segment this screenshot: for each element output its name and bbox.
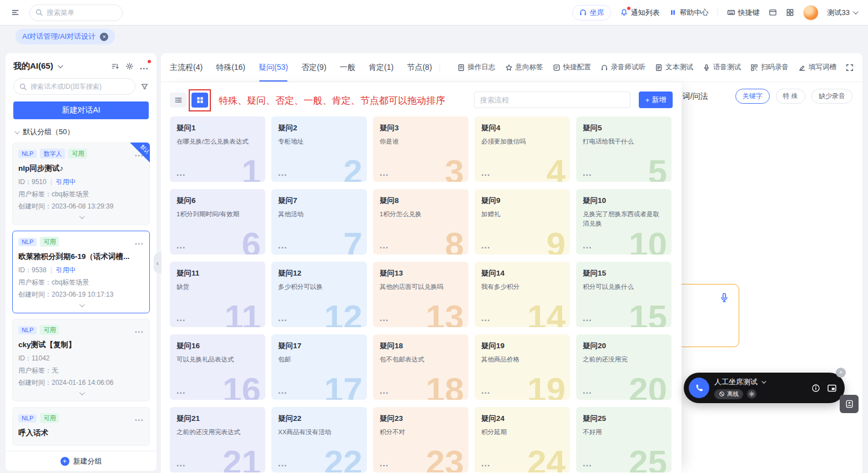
gear-icon[interactable]	[125, 62, 134, 70]
new-ai-button[interactable]: 新建对话AI	[13, 101, 149, 119]
flow-card[interactable]: 疑问10 兑换完了想换东西或者是取消兑换 ... 10	[576, 189, 672, 255]
menu-search-input[interactable]	[29, 4, 123, 21]
flow-card-menu-icon[interactable]: ...	[176, 313, 185, 323]
filter-icon[interactable]	[140, 83, 149, 91]
flow-card[interactable]: 疑问11 缺货 ... 11	[170, 262, 265, 327]
flow-card-menu-icon[interactable]: ...	[176, 168, 185, 178]
flow-card-menu-icon[interactable]: ...	[583, 241, 592, 251]
ai-card[interactable]: 默认 NLP数字人可用... nlp同步测试♪ ID：9510|引用中 用户标签…	[12, 143, 150, 225]
flow-card-menu-icon[interactable]: ...	[583, 168, 592, 178]
flow-card-menu-icon[interactable]: ...	[176, 241, 185, 251]
tab-positive[interactable]: 肯定(1)	[369, 53, 393, 82]
help-center-button[interactable]: 帮助中心	[669, 8, 709, 18]
flow-card[interactable]: 疑问19 其他商品价格 ... 19	[475, 334, 570, 400]
fullscreen-button[interactable]	[846, 64, 854, 72]
close-icon[interactable]: ×	[100, 33, 108, 41]
gear-icon[interactable]	[747, 389, 756, 399]
flow-card[interactable]: 疑问2 专柜地址 ... 2	[271, 116, 367, 182]
tab-negative[interactable]: 否定(9)	[301, 53, 326, 82]
flow-card[interactable]: 疑问16 可以兑换礼品表达式 ... 16	[170, 334, 265, 400]
flow-card[interactable]: 疑问8 1积分怎么兑换 ... 8	[373, 189, 468, 255]
text-test-button[interactable]: 文本测试	[655, 63, 693, 72]
flow-card-menu-icon[interactable]: ...	[380, 168, 388, 178]
list-view-toggle[interactable]	[170, 93, 186, 108]
phone-icon[interactable]	[689, 378, 709, 398]
flow-card[interactable]: 疑问25 不好用 ... 25	[576, 407, 672, 472]
menu-collapse-icon[interactable]	[11, 8, 19, 17]
new-group-button[interactable]: + 新建分组	[6, 451, 157, 471]
expand-chevron-icon[interactable]	[18, 390, 144, 398]
agent-name-menu[interactable]: 人工坐席测试	[714, 377, 765, 387]
tab-general[interactable]: 一般	[340, 53, 355, 82]
flow-card[interactable]: 疑问18 包不包邮表达式 ... 18	[373, 334, 468, 400]
flow-card[interactable]: 疑问12 多少积分可以换 ... 12	[271, 262, 367, 327]
flow-card[interactable]: 疑问21 之前的还没用完表达式 ... 21	[170, 407, 265, 472]
avatar[interactable]	[803, 5, 819, 21]
card-menu-icon[interactable]: ...	[135, 237, 144, 247]
flow-card-menu-icon[interactable]: ...	[583, 459, 592, 469]
flow-card-menu-icon[interactable]: ...	[380, 459, 388, 469]
card-menu-icon[interactable]: ...	[135, 413, 144, 423]
default-group-header[interactable]: 默认分组（50）	[14, 127, 148, 137]
expand-chevron-icon[interactable]	[18, 214, 144, 221]
ai-card[interactable]: NLP可用... 呼入话术	[12, 407, 150, 446]
flow-card[interactable]: 疑问6 1积分到期时间/有效期 ... 6	[170, 189, 265, 255]
flow-card[interactable]: 疑问13 其他的店面可以兑换吗 ... 13	[373, 262, 468, 327]
info-icon[interactable]	[811, 384, 820, 393]
flow-card[interactable]: 疑问24 积分延期 ... 24	[475, 407, 570, 472]
notification-button[interactable]: 通知列表	[620, 8, 660, 18]
expand-chevron-icon[interactable]	[18, 302, 144, 309]
grid-view-toggle[interactable]	[191, 93, 208, 108]
filter-special[interactable]: 特 殊	[776, 89, 805, 104]
apps-icon[interactable]	[786, 8, 794, 17]
flow-card-menu-icon[interactable]: ...	[583, 313, 592, 323]
flow-card[interactable]: 疑问15 积分可以兑换什么 ... 15	[576, 262, 672, 327]
audition-button[interactable]: 录音师试听	[600, 63, 646, 72]
flow-card[interactable]: 疑问20 之前的还没用完 ... 20	[576, 334, 672, 400]
tab-special[interactable]: 特殊(16)	[216, 53, 245, 82]
flow-card[interactable]: 疑问7 其他活动 ... 7	[271, 189, 367, 255]
flow-card-menu-icon[interactable]: ...	[380, 313, 388, 323]
flow-card-menu-icon[interactable]: ...	[583, 386, 592, 396]
card-menu-icon[interactable]: ...	[135, 325, 144, 335]
flow-card[interactable]: 疑问9 加赠礼 ... 9	[475, 189, 570, 255]
script-search-input[interactable]	[13, 78, 135, 95]
recorder-button[interactable]	[840, 395, 859, 413]
filter-missing-audio[interactable]: 缺少录音	[811, 89, 852, 104]
shortcut-keys-button[interactable]: 快捷键	[727, 8, 760, 18]
flow-card-menu-icon[interactable]: ...	[176, 459, 185, 469]
flow-card[interactable]: 疑问5 打电话给我干什么 ... 5	[576, 116, 672, 182]
filter-keyword[interactable]: 关键字	[735, 89, 770, 104]
mic-icon[interactable]	[719, 292, 730, 303]
flow-search-input[interactable]	[474, 91, 630, 108]
my-ai-title[interactable]: 我的AI(65)	[13, 61, 62, 72]
tab-node[interactable]: 节点(8)	[407, 53, 432, 82]
sort-icon[interactable]	[111, 62, 119, 70]
flow-card-menu-icon[interactable]: ...	[278, 168, 287, 178]
add-flow-button[interactable]: + 新增	[639, 91, 673, 108]
panel-collapse-handle[interactable]: ‹	[154, 252, 162, 273]
tab-question[interactable]: 疑问(53)	[259, 53, 288, 82]
flow-card[interactable]: 疑问3 你是谁 ... 3	[373, 116, 468, 182]
flow-card[interactable]: 疑问22 XX商品有没有活动 ... 22	[271, 407, 367, 472]
voice-test-button[interactable]: 语音测试	[703, 63, 741, 72]
tab-main-flow[interactable]: 主流程(4)	[170, 53, 203, 82]
quick-config-button[interactable]: 快捷配置	[553, 63, 591, 72]
flow-card-menu-icon[interactable]: ...	[481, 313, 490, 323]
fill-slot-button[interactable]: 填写词槽	[798, 63, 836, 72]
user-menu[interactable]: 测试33	[827, 8, 857, 18]
operation-log-button[interactable]: 操作日志	[457, 63, 496, 72]
flow-card-menu-icon[interactable]: ...	[481, 168, 490, 178]
qr-record-button[interactable]: 扫码录音	[750, 63, 789, 72]
more-icon[interactable]: ...	[140, 62, 149, 72]
flow-card[interactable]: 疑问14 我有多少积分 ... 14	[475, 262, 570, 327]
ai-card[interactable]: NLP可用... 欧莱雅积分到期6-19（话术词槽... ID：9538|引用中…	[12, 231, 150, 313]
flow-card-menu-icon[interactable]: ...	[278, 459, 287, 469]
close-icon[interactable]: ×	[836, 368, 846, 378]
flow-card-menu-icon[interactable]: ...	[278, 386, 287, 396]
window-icon[interactable]	[769, 8, 777, 17]
flow-card-menu-icon[interactable]: ...	[278, 241, 287, 251]
flow-card[interactable]: 疑问17 包邮 ... 17	[271, 334, 367, 400]
flow-card-menu-icon[interactable]: ...	[176, 386, 185, 396]
intent-tag-button[interactable]: 意向标签	[505, 63, 543, 72]
